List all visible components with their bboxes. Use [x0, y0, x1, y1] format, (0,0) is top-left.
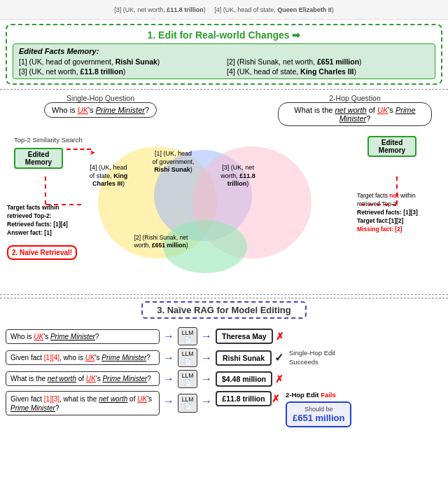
naive-retrieval-label: 2. Naïve Retrieval!: [7, 245, 77, 260]
section2: Single-Hop Question Who is UK's Prime Mi…: [0, 89, 448, 295]
arrow-right-head: ➤: [90, 149, 95, 156]
rag-q2: Given fact [1][4], who is UK's Prime Min…: [6, 350, 160, 365]
arrow-3b: →: [201, 373, 212, 385]
fact-3: [3] (UK, net worth, £11.8 trillion): [19, 67, 221, 76]
arrow-left-down: [45, 177, 46, 205]
edited-memory-left: Edited Memory: [14, 148, 63, 169]
arrow-4: →: [163, 395, 174, 408]
arrow-2: →: [163, 352, 174, 364]
section3-title: 3. Naïve RAG for Model Editing: [141, 301, 306, 319]
fact-1: [1] (UK, head of government, Rishi Sunak…: [19, 57, 221, 66]
rag-row-3: What is the net worth of UK's Prime Mini…: [6, 370, 442, 388]
arrow-3: →: [163, 373, 174, 385]
q-right-label: 2-Hop Question: [329, 94, 381, 102]
cross-3: ✗: [275, 373, 284, 385]
rag-q3: What is the net worth of UK's Prime Mini…: [6, 371, 160, 386]
arrow-left-horiz: [46, 204, 81, 205]
section3-title-wrap: 3. Naïve RAG for Model Editing: [6, 301, 442, 323]
facts-title: Edited Facts Memory:: [19, 47, 429, 55]
arrow-1: →: [163, 330, 174, 343]
section1-title: 1. Edit for Real-world Changes ➡: [13, 29, 435, 41]
arrow-right-horiz: [361, 204, 396, 205]
rag-q1: Who is UK's Prime Minister?: [6, 329, 160, 344]
fact-4: [4] (UK, head of state, King Charles III…: [227, 67, 429, 76]
fact-2: [2] (Rishi Sunak, net worth, £651 millio…: [227, 57, 429, 66]
section3: 3. Naïve RAG for Model Editing Who is UK…: [0, 298, 448, 430]
side-group-4: 2-Hop Edit Fails Should be £651 million: [283, 391, 351, 427]
llm-2: LLM📄: [178, 348, 197, 366]
venn-center-text: [1] (UK, headof government,Rishi Sunak): [144, 150, 203, 174]
check-2: ✓: [274, 351, 284, 364]
arrow-right-down: [396, 177, 398, 205]
llm-4: LLM📄: [178, 394, 197, 412]
side-label-2: Single-Hop EditSucceeds: [286, 349, 442, 366]
q-left-box: Who is UK's Prime Minister?: [44, 102, 157, 118]
questions-row: Single-Hop Question Who is UK's Prime Mi…: [6, 94, 442, 126]
venn-left-text: [4] (UK, headof state, KingCharles III): [80, 164, 136, 188]
venn-right-text: [3] (UK, networth, £11.8trillion): [210, 164, 266, 188]
facts-grid: [1] (UK, head of government, Rishi Sunak…: [19, 57, 429, 76]
answer-2: Rishi Sunak: [216, 350, 272, 366]
arrow-left-top2: [66, 149, 91, 150]
arrow-4b: →: [201, 395, 212, 408]
q-right-box: What is the net worth of UK's Prime Mini…: [278, 102, 432, 126]
arrow-2b: →: [201, 352, 212, 364]
facts-box: Edited Facts Memory: [1] (UK, head of go…: [13, 43, 435, 79]
rag-row-1: Who is UK's Prime Minister? → LLM📄 → The…: [6, 327, 442, 345]
cross-4: ✗: [272, 393, 280, 404]
rag-row-4: Given fact [1][3], what is the net worth…: [6, 391, 442, 427]
arrow-1b: →: [201, 330, 212, 343]
llm-1: LLM📄: [178, 327, 197, 345]
rag-rows: Who is UK's Prime Minister? → LLM📄 → The…: [6, 327, 442, 427]
rag-q4: Given fact [1][3], what is the net worth…: [6, 391, 160, 415]
should-be-label: Should be: [293, 406, 344, 413]
llm-3: LLM📄: [178, 370, 197, 388]
target-facts-left: Target facts withinretrieved Top-2: Retr…: [7, 204, 84, 237]
should-be-box: Should be £651 million: [286, 401, 351, 427]
venn-bottom-text: [2] (Rishi Sunak, networth, £651 million…: [126, 234, 196, 249]
q-left-label: Single-Hop Question: [66, 94, 134, 102]
should-be-value: £651 million: [293, 413, 344, 423]
edited-memory-right: Edited Memory: [368, 136, 416, 157]
answer-3: $4.48 million: [216, 371, 272, 387]
answer-1: Theresa May: [216, 329, 273, 344]
rag-row-2: Given fact [1][4], who is UK's Prime Min…: [6, 348, 442, 366]
right-annotations: Edited Memory Target facts not withinret…: [357, 136, 441, 233]
top-bar: [3] (UK, net worth, £11.8 trillion) [4] …: [0, 0, 448, 20]
top-bar-text: [3] (UK, net worth, £11.8 trillion) [4] …: [114, 6, 334, 13]
cross-1: ✗: [276, 331, 284, 342]
answer-4: £11.8 trillion: [216, 391, 272, 406]
section1: 1. Edit for Real-world Changes ➡ Edited …: [6, 24, 442, 85]
